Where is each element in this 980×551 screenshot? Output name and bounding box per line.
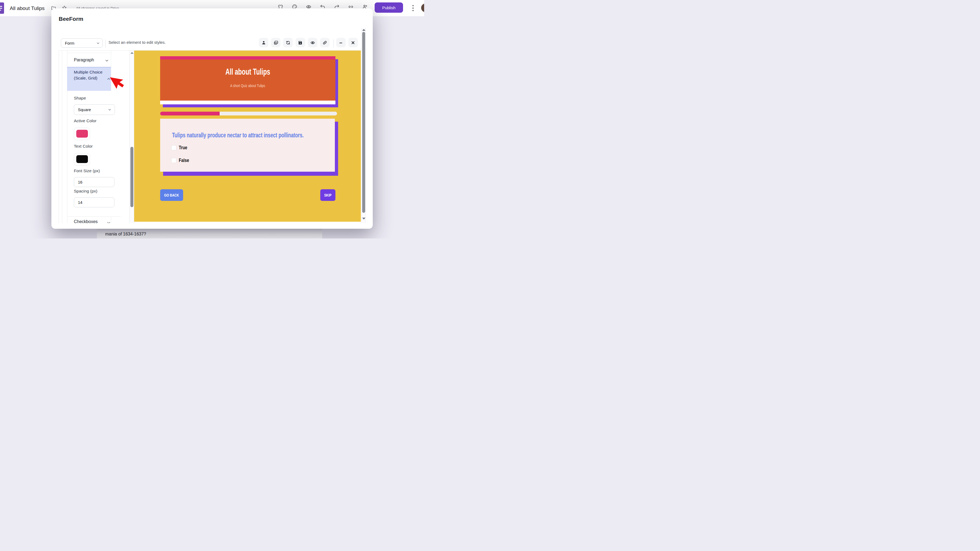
publish-label: Publish — [382, 5, 396, 10]
sidebar-scrollbar-track[interactable] — [59, 51, 59, 223]
screen: All about Tulips All changes saved in Dr… — [0, 0, 424, 238]
beeform-modal: BeeForm Form Select an element to edit s… — [51, 8, 373, 229]
link-icon — [323, 40, 327, 45]
preview-button[interactable] — [308, 38, 317, 47]
progress-bar-track — [160, 112, 337, 116]
scroll-up-arrow[interactable] — [130, 52, 134, 54]
element-selector-value: Form — [65, 41, 96, 45]
active-color-label: Active Color — [74, 118, 97, 123]
form-preview: All about Tulips A short Quiz about Tuli… — [134, 51, 361, 222]
background-question-text: mania of 1634-1637? — [105, 232, 146, 237]
scroll-down-arrow[interactable] — [362, 218, 366, 219]
sync-button[interactable] — [283, 38, 293, 47]
document-title[interactable]: All about Tulips — [10, 5, 45, 11]
toolbar-hint: Select an element to edit styles. — [108, 40, 166, 44]
skip-button[interactable]: SKIP — [320, 189, 336, 201]
header-card-white-strip — [160, 100, 336, 104]
font-size-label: Font Size (px) — [74, 168, 100, 173]
sidebar-item-checkboxes[interactable]: Checkboxes — [74, 219, 98, 223]
minimize-button[interactable] — [336, 38, 346, 47]
chevron-down-icon — [96, 41, 100, 45]
question-card: Tulips naturally produce nectar to attra… — [160, 119, 335, 171]
shape-label: Shape — [74, 96, 86, 100]
text-color-label: Text Color — [74, 144, 93, 149]
question-text: Tulips naturally produce nectar to attra… — [172, 132, 348, 139]
active-color-chip — [76, 130, 88, 138]
scrollbar-thumb[interactable] — [130, 147, 134, 207]
modal-scrollbar[interactable] — [361, 28, 366, 223]
publish-button[interactable]: Publish — [375, 2, 403, 13]
text-color-swatch[interactable] — [74, 153, 90, 165]
scrollbar-thumb[interactable] — [362, 32, 365, 213]
chevron-down-icon[interactable] — [107, 221, 111, 223]
sync-icon — [286, 40, 291, 45]
sidebar-item-multiple-choice-label: Multiple Choice (Scale, Grid) — [74, 69, 102, 81]
user-button[interactable] — [259, 38, 268, 47]
close-button[interactable] — [348, 38, 358, 47]
sidebar-item-paragraph[interactable]: Paragraph — [74, 57, 94, 62]
option-label-false[interactable]: False — [179, 157, 192, 163]
form-subtitle: A short Quiz about Tulips — [160, 84, 336, 88]
save-icon — [298, 40, 303, 45]
beeform-title: BeeForm — [59, 16, 83, 22]
link-button[interactable] — [320, 38, 329, 47]
active-color-swatch[interactable] — [74, 128, 90, 140]
option-checkbox-false[interactable] — [171, 158, 177, 163]
shape-select[interactable]: Square — [74, 104, 115, 115]
more-options-icon[interactable] — [412, 5, 414, 12]
save-button[interactable] — [296, 38, 305, 47]
sidebar-scrollbar-track-edge — [62, 51, 62, 223]
option-checkbox-true[interactable] — [171, 145, 177, 150]
user-icon — [261, 40, 266, 45]
close-icon — [350, 40, 355, 45]
images-button[interactable] — [271, 38, 280, 47]
images-icon — [274, 40, 278, 45]
account-avatar[interactable] — [421, 3, 424, 12]
text-color-chip — [76, 155, 88, 163]
background-question-card: mania of 1634-1637? — [97, 229, 322, 238]
spacing-label: Spacing (px) — [74, 189, 97, 194]
toolbar-divider — [105, 40, 106, 48]
sidebar-preview-scrollbar[interactable] — [129, 51, 134, 223]
header-card-top-bar — [160, 56, 336, 59]
font-size-input[interactable] — [74, 177, 115, 187]
progress-bar-fill — [160, 112, 220, 116]
shape-select-value: Square — [78, 107, 108, 112]
spacing-input[interactable] — [74, 197, 115, 207]
element-selector-dropdown[interactable]: Form — [61, 38, 103, 48]
sidebar-divider — [67, 216, 121, 217]
form-title: All about Tulips — [160, 67, 336, 77]
form-header-card: All about Tulips A short Quiz about Tuli… — [160, 59, 336, 101]
option-label-true[interactable]: True — [179, 144, 189, 151]
minimize-icon — [338, 40, 343, 45]
scroll-up-arrow[interactable] — [362, 29, 366, 31]
preview-eye-icon — [310, 40, 315, 45]
go-back-button[interactable]: GO BACK — [160, 189, 183, 201]
forms-logo-icon[interactable] — [0, 2, 4, 14]
chevron-down-icon — [108, 108, 111, 111]
chevron-down-icon[interactable] — [105, 59, 109, 62]
